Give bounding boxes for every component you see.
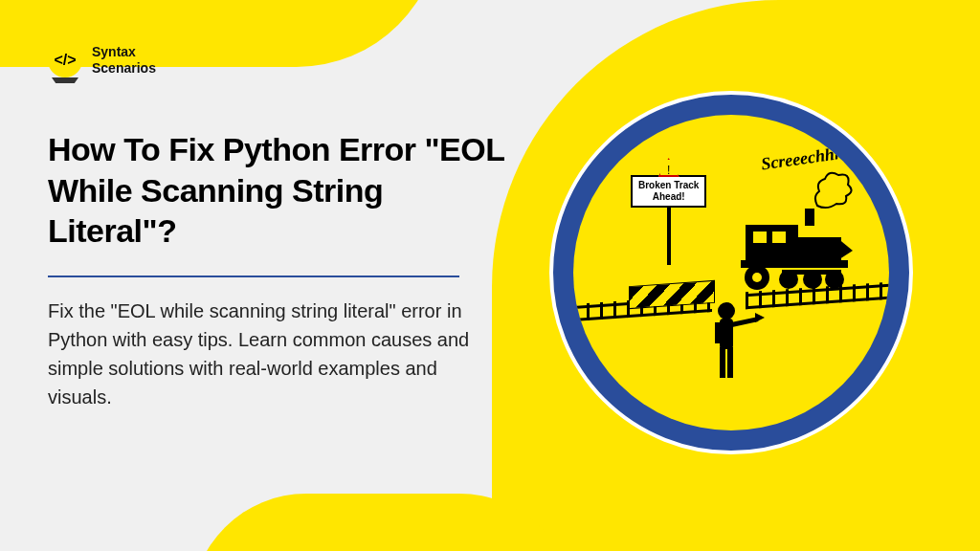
svg-rect-0	[805, 209, 814, 226]
brand-name-line2: Scenarios	[92, 60, 156, 77]
article-title: How To Fix Python Error "EOL While Scann…	[48, 129, 507, 252]
warning-sign: ! Broken Track Ahead!	[631, 158, 706, 265]
code-bulb-icon: </>	[48, 43, 82, 77]
brand-name-line1: Syntax	[92, 44, 156, 60]
svg-marker-5	[836, 237, 853, 261]
train-icon	[736, 201, 860, 297]
article-description: Fix the "EOL while scanning string liter…	[48, 297, 479, 411]
brand-name: Syntax Scenarios	[92, 44, 156, 77]
svg-rect-16	[727, 347, 733, 378]
sign-text-line1: Broken Track	[638, 180, 699, 191]
article-content: How To Fix Python Error "EOL While Scann…	[48, 129, 507, 411]
illustration-frame: ! Broken Track Ahead! Screeechhh!	[549, 91, 913, 454]
sign-board: Broken Track Ahead!	[631, 175, 706, 208]
title-divider	[48, 276, 459, 277]
sign-pole	[667, 208, 671, 265]
svg-rect-18	[715, 322, 720, 343]
person-flag-icon	[707, 301, 765, 387]
svg-rect-17	[731, 317, 758, 327]
illustration-scene: ! Broken Track Ahead! Screeechhh!	[573, 115, 889, 430]
svg-rect-2	[793, 237, 841, 261]
brand-logo: </> Syntax Scenarios	[48, 43, 156, 77]
smoke-icon	[808, 167, 856, 210]
svg-point-13	[718, 302, 735, 320]
svg-rect-4	[772, 231, 786, 243]
svg-point-8	[752, 273, 762, 282]
svg-rect-12	[782, 270, 841, 275]
svg-rect-15	[720, 347, 725, 378]
warning-triangle-icon: !	[658, 158, 679, 177]
svg-rect-14	[720, 319, 733, 349]
sign-text-line2: Ahead!	[638, 191, 699, 203]
svg-rect-3	[753, 231, 767, 243]
